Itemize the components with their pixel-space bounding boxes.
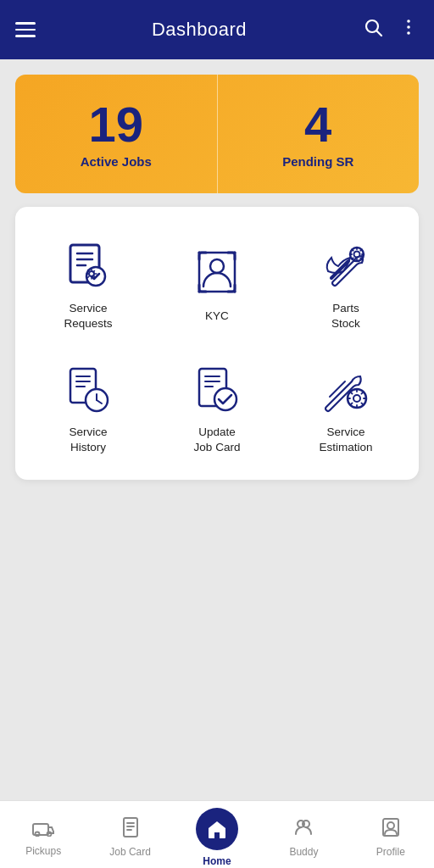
- service-history-label: ServiceHistory: [69, 425, 107, 454]
- buddy-icon: [293, 817, 314, 843]
- profile-label: Profile: [376, 846, 405, 858]
- search-icon[interactable]: [363, 17, 383, 42]
- menu-item-update-job-card[interactable]: UpdateJob Card: [153, 348, 281, 463]
- bottom-nav: Pickups Job Card Home: [0, 800, 434, 868]
- buddy-label: Buddy: [289, 846, 318, 858]
- active-jobs-label: Active Jobs: [81, 154, 152, 169]
- nav-item-profile[interactable]: Profile: [348, 812, 434, 858]
- menu-item-service-requests[interactable]: ServiceRequests: [24, 224, 153, 339]
- update-job-card-label: UpdateJob Card: [194, 425, 241, 454]
- pickups-label: Pickups: [25, 845, 61, 857]
- nav-item-buddy[interactable]: Buddy: [260, 812, 347, 858]
- stats-banner: 19 Active Jobs 4 Pending SR: [15, 75, 419, 193]
- job-card-label: Job Card: [109, 846, 151, 858]
- svg-line-1: [376, 31, 381, 36]
- update-job-card-icon: [186, 361, 248, 416]
- svg-point-4: [407, 31, 410, 35]
- home-label: Home: [203, 855, 231, 867]
- nav-item-pickups[interactable]: Pickups: [0, 813, 86, 857]
- pickups-icon: [32, 818, 54, 842]
- hamburger-menu[interactable]: [15, 22, 36, 37]
- pending-sr-count: 4: [304, 100, 331, 149]
- service-requests-label: ServiceRequests: [64, 301, 112, 331]
- pending-sr-label: Pending SR: [282, 154, 353, 169]
- menu-item-kyc[interactable]: KYC: [153, 224, 281, 339]
- menu-item-service-estimation[interactable]: ServiceEstimation: [281, 348, 410, 463]
- parts-stock-icon: [315, 237, 376, 292]
- kyc-icon: [186, 245, 248, 300]
- service-requests-icon: [58, 237, 119, 292]
- pending-sr-stat: 4 Pending SR: [218, 75, 420, 193]
- app-header: Dashboard: [0, 0, 434, 59]
- service-estimation-label: ServiceEstimation: [319, 425, 372, 454]
- nav-item-job-card[interactable]: Job Card: [86, 812, 173, 858]
- service-history-icon: [58, 361, 119, 416]
- svg-point-20: [210, 259, 224, 273]
- svg-point-36: [353, 395, 360, 402]
- menu-grid: ServiceRequests: [24, 224, 410, 463]
- page-title: Dashboard: [152, 19, 247, 41]
- profile-icon: [381, 817, 401, 843]
- menu-card: ServiceRequests: [15, 207, 419, 480]
- active-jobs-count: 19: [88, 100, 143, 149]
- svg-point-3: [407, 25, 410, 29]
- menu-item-service-history[interactable]: ServiceHistory: [24, 348, 153, 463]
- header-actions: [363, 17, 419, 42]
- home-circle: [196, 808, 238, 850]
- svg-rect-40: [124, 818, 137, 837]
- kyc-label: KYC: [205, 309, 229, 324]
- service-estimation-icon: [315, 361, 376, 416]
- job-card-icon: [121, 817, 140, 843]
- svg-point-22: [354, 251, 360, 257]
- menu-item-parts-stock[interactable]: PartsStock: [281, 224, 410, 339]
- parts-stock-label: PartsStock: [331, 301, 360, 331]
- active-jobs-stat: 19 Active Jobs: [15, 75, 218, 193]
- svg-point-47: [387, 822, 394, 829]
- svg-point-2: [407, 19, 410, 23]
- nav-item-home[interactable]: Home: [174, 803, 260, 867]
- more-options-icon[interactable]: [398, 17, 419, 42]
